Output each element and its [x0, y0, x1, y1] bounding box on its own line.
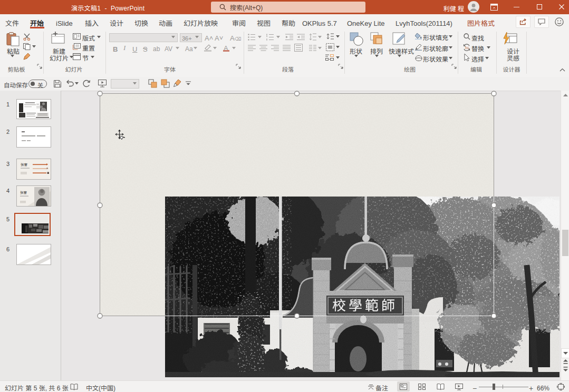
svg-text:bc: bc — [465, 46, 469, 50]
svg-text:张謇: 张謇 — [21, 162, 28, 167]
svg-text:张謇: 张謇 — [20, 190, 27, 195]
